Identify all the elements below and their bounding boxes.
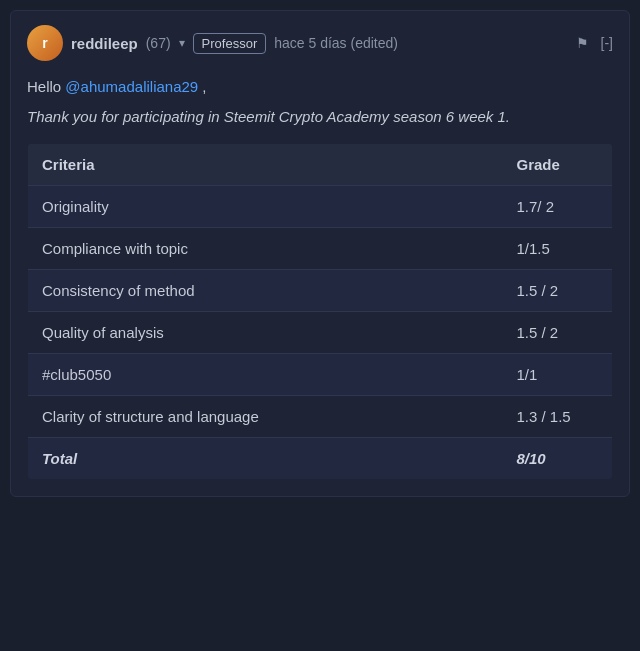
col-header-criteria: Criteria bbox=[28, 144, 503, 186]
comment-header: r reddileep (67) ▾ Professor hace 5 días… bbox=[27, 25, 613, 61]
criteria-cell: Total bbox=[28, 438, 503, 480]
grade-cell: 1.5 / 2 bbox=[503, 270, 613, 312]
username[interactable]: reddileep bbox=[71, 35, 138, 52]
greeting-line: Hello @ahumadaliliana29 , bbox=[27, 75, 613, 99]
grade-cell: 8/10 bbox=[503, 438, 613, 480]
grade-cell: 1.5 / 2 bbox=[503, 312, 613, 354]
col-header-grade: Grade bbox=[503, 144, 613, 186]
table-row: Compliance with topic1/1.5 bbox=[28, 228, 613, 270]
grade-cell: 1/1.5 bbox=[503, 228, 613, 270]
criteria-cell: Clarity of structure and language bbox=[28, 396, 503, 438]
table-row: Quality of analysis1.5 / 2 bbox=[28, 312, 613, 354]
avatar: r bbox=[27, 25, 63, 61]
criteria-cell: Consistency of method bbox=[28, 270, 503, 312]
criteria-cell: Originality bbox=[28, 186, 503, 228]
greeting-suffix: , bbox=[198, 78, 206, 95]
criteria-cell: Compliance with topic bbox=[28, 228, 503, 270]
criteria-cell[interactable]: #club5050 bbox=[28, 354, 503, 396]
grade-cell: 1/1 bbox=[503, 354, 613, 396]
dropdown-icon[interactable]: ▾ bbox=[179, 36, 185, 50]
table-row: Total8/10 bbox=[28, 438, 613, 480]
flag-icon[interactable]: ⚑ bbox=[576, 35, 589, 51]
collapse-icon[interactable]: [-] bbox=[601, 35, 613, 51]
table-header-row: Criteria Grade bbox=[28, 144, 613, 186]
grade-cell: 1.7/ 2 bbox=[503, 186, 613, 228]
post-time: hace 5 días (edited) bbox=[274, 35, 398, 51]
table-row: #club50501/1 bbox=[28, 354, 613, 396]
reputation: (67) bbox=[146, 35, 171, 51]
greeting-prefix: Hello bbox=[27, 78, 65, 95]
mention-link[interactable]: @ahumadaliliana29 bbox=[65, 78, 198, 95]
table-row: Consistency of method1.5 / 2 bbox=[28, 270, 613, 312]
grade-cell: 1.3 / 1.5 bbox=[503, 396, 613, 438]
header-actions: ⚑ [-] bbox=[576, 35, 613, 51]
table-row: Clarity of structure and language1.3 / 1… bbox=[28, 396, 613, 438]
criteria-cell: Quality of analysis bbox=[28, 312, 503, 354]
intro-text: Thank you for participating in Steemit C… bbox=[27, 105, 613, 129]
professor-badge: Professor bbox=[193, 33, 267, 54]
comment-card: r reddileep (67) ▾ Professor hace 5 días… bbox=[10, 10, 630, 497]
table-row: Originality1.7/ 2 bbox=[28, 186, 613, 228]
criteria-table: Criteria Grade Originality1.7/ 2Complian… bbox=[27, 143, 613, 480]
